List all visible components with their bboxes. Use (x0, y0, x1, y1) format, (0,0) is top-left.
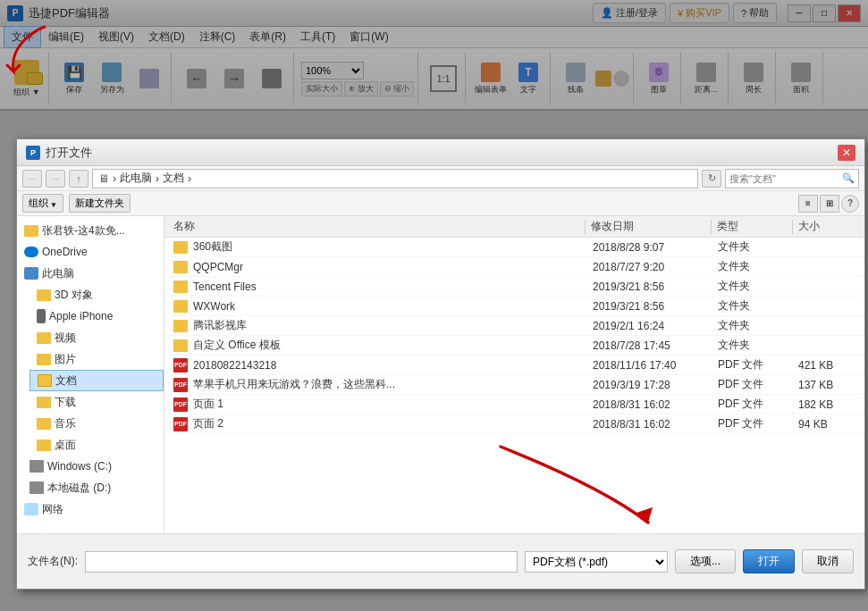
sidebar-3d-item[interactable]: 3D 对象 (29, 284, 164, 306)
search-box[interactable]: 🔍 (725, 169, 859, 188)
sidebar-docs-label: 文档 (55, 373, 77, 389)
file-row[interactable]: WXWork 2019/3/21 8:56 文件夹 (164, 297, 864, 316)
view-large-icon-button[interactable]: ⊞ (820, 195, 839, 213)
filetype-select[interactable]: PDF文档 (*.pdf) (525, 551, 668, 573)
filename-label: 文件名(N): (28, 554, 78, 569)
sidebar-docs-item[interactable]: 文档 (29, 370, 164, 391)
file-row[interactable]: PDF 页面 1 2018/8/31 16:02 PDF 文件 182 KB (164, 395, 864, 414)
folder-icon (173, 300, 188, 313)
sidebar-recent-item[interactable]: 张君轶-这4款免... (17, 220, 164, 241)
file-name-text: WXWork (193, 300, 235, 313)
pc-icon (24, 267, 38, 280)
sidebar-cdrive-item[interactable]: Windows (C:) (17, 456, 164, 477)
file-type-cell: PDF 文件 (712, 357, 793, 372)
file-row[interactable]: QQPCMgr 2018/7/27 9:20 文件夹 (164, 257, 864, 277)
music-folder-icon (37, 418, 51, 430)
search-input[interactable] (729, 173, 842, 184)
file-date-cell: 2018/11/16 17:40 (587, 359, 712, 372)
sidebar-ddrive-label: 本地磁盘 (D:) (47, 481, 111, 496)
file-name-cell: 360截图 (164, 239, 587, 255)
breadcrumb-separator1: › (113, 172, 116, 185)
col-header-name[interactable]: 名称 (164, 219, 585, 234)
breadcrumb-pc[interactable]: 此电脑 (120, 171, 152, 186)
sidebar-iphone-label: Apple iPhone (49, 310, 113, 322)
file-name-cell: PDF 20180822143218 (164, 358, 587, 372)
pdf-icon: PDF (173, 358, 188, 372)
file-row[interactable]: PDF 页面 2 2018/8/31 16:02 PDF 文件 94 KB (164, 414, 864, 434)
file-size-cell: 94 KB (793, 418, 864, 431)
file-name-cell: WXWork (164, 300, 587, 313)
file-name-text: 20180822143218 (193, 359, 276, 372)
desktop-folder-icon (37, 439, 51, 451)
filename-input[interactable] (85, 551, 518, 573)
breadcrumb-separator3: › (188, 172, 191, 185)
col-header-size[interactable]: 大小 (793, 219, 864, 234)
sidebar-iphone-item[interactable]: Apple iPhone (29, 306, 164, 327)
cdrive-icon (29, 460, 44, 473)
sidebar-onedrive-item[interactable]: OneDrive (17, 241, 164, 263)
breadcrumb[interactable]: 🖥 › 此电脑 › 文档 › (92, 169, 698, 188)
organize-button[interactable]: 组织 (22, 194, 63, 213)
breadcrumb-docs[interactable]: 文档 (163, 171, 184, 186)
file-date-cell: 2018/8/31 16:02 (587, 418, 712, 431)
sidebar-network-item[interactable]: 网络 (17, 498, 164, 520)
dialog-close-button[interactable]: ✕ (838, 145, 855, 161)
sidebar-desktop-item[interactable]: 桌面 (29, 434, 164, 456)
help-dialog-button[interactable]: ? (841, 195, 859, 213)
file-row[interactable]: 自定义 Office 模板 2018/7/28 17:45 文件夹 (164, 336, 864, 356)
sidebar-pictures-item[interactable]: 图片 (29, 348, 164, 370)
open-button[interactable]: 打开 (743, 549, 795, 573)
dialog-title-text: 打开文件 (46, 145, 92, 161)
nav-forward-button[interactable]: → (46, 170, 65, 188)
file-name-cell: PDF 页面 2 (164, 416, 587, 431)
sidebar-3d-label: 3D 对象 (55, 288, 93, 303)
file-date-cell: 2019/3/21 8:56 (587, 300, 712, 313)
view-buttons: ≡ ⊞ ? (798, 195, 859, 213)
nav-back-button[interactable]: ← (22, 170, 42, 188)
file-type-cell: PDF 文件 (712, 397, 793, 412)
cancel-button[interactable]: 取消 (802, 549, 854, 573)
options-button[interactable]: 选项... (675, 549, 736, 573)
dialog-title-bar: P 打开文件 ✕ (17, 139, 864, 166)
file-name-text: Tencent Files (193, 280, 257, 293)
file-row[interactable]: PDF 苹果手机只用来玩游戏？浪费，这些黑科... 2019/3/19 17:2… (164, 375, 864, 395)
file-row[interactable]: 360截图 2018/8/28 9:07 文件夹 (164, 238, 864, 257)
dialog-bottom-bar: 文件名(N): PDF文档 (*.pdf) 选项... 打开 取消 (17, 533, 864, 589)
file-date-cell: 2018/8/28 9:07 (587, 241, 712, 254)
dialog-nav-bar: ← → ↑ 🖥 › 此电脑 › 文档 › ↻ 🔍 (17, 166, 864, 191)
sidebar-pc-label: 此电脑 (42, 266, 74, 281)
sidebar-pc-item[interactable]: 此电脑 (17, 263, 164, 284)
file-name-cell: PDF 苹果手机只用来玩游戏？浪费，这些黑科... (164, 377, 587, 392)
sidebar-downloads-label: 下载 (55, 395, 76, 410)
sidebar-music-item[interactable]: 音乐 (29, 413, 164, 434)
nav-up-button[interactable]: ↑ (69, 170, 88, 188)
file-row[interactable]: 腾讯影视库 2019/2/1 16:24 文件夹 (164, 316, 864, 336)
file-type-cell: 文件夹 (712, 239, 793, 255)
sidebar-ddrive-item[interactable]: 本地磁盘 (D:) (17, 477, 164, 498)
dialog-toolbar: 组织 新建文件夹 ≡ ⊞ ? (17, 191, 864, 216)
file-name-text: 腾讯影视库 (193, 318, 247, 333)
file-name-cell: PDF 页面 1 (164, 397, 587, 412)
onedrive-icon (24, 247, 38, 257)
sidebar-video-item[interactable]: 视频 (29, 327, 164, 348)
file-row[interactable]: PDF 20180822143218 2018/11/16 17:40 PDF … (164, 356, 864, 375)
file-size-cell: 421 KB (793, 359, 864, 372)
new-folder-button[interactable]: 新建文件夹 (69, 194, 131, 213)
dialog-logo: P (26, 146, 40, 160)
file-type-cell: PDF 文件 (712, 377, 793, 392)
sidebar-pictures-label: 图片 (55, 352, 76, 367)
sidebar-network-label: 网络 (42, 502, 63, 517)
phone-icon (37, 309, 46, 323)
file-date-cell: 2019/2/1 16:24 (587, 320, 712, 332)
col-header-date[interactable]: 修改日期 (586, 219, 711, 234)
sidebar-tree: 张君轶-这4款免... OneDrive 此电脑 3D 对象 App (17, 216, 164, 533)
file-row[interactable]: Tencent Files 2019/3/21 8:56 文件夹 (164, 277, 864, 297)
folder-icon (173, 241, 188, 254)
sidebar-downloads-item[interactable]: 下载 (29, 391, 164, 413)
file-type-cell: 文件夹 (712, 298, 793, 314)
nav-refresh-button[interactable]: ↻ (702, 170, 721, 188)
dialog-body: 张君轶-这4款免... OneDrive 此电脑 3D 对象 App (17, 216, 864, 533)
view-details-button[interactable]: ≡ (798, 195, 818, 213)
col-header-type[interactable]: 类型 (712, 219, 792, 234)
file-type-cell: 文件夹 (712, 259, 793, 274)
